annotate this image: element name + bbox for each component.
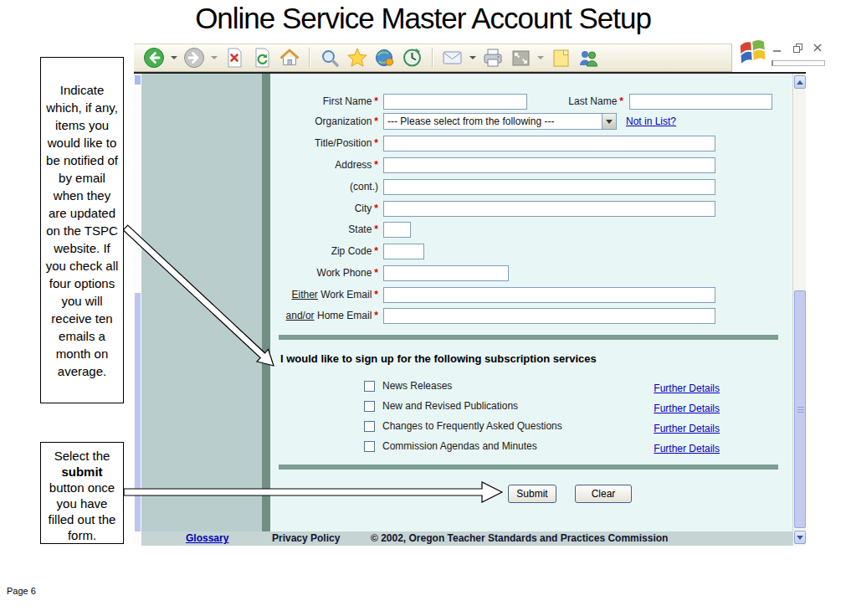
favorites-icon[interactable] (346, 46, 369, 69)
search-icon[interactable] (318, 46, 341, 69)
back-icon[interactable] (142, 46, 166, 69)
work-phone-label: Work Phone* (270, 265, 378, 280)
page-sidebar (141, 74, 262, 531)
account-setup-form: First Name* Last Name* Organization* ---… (270, 74, 792, 531)
scroll-down-icon[interactable] (794, 531, 806, 544)
faq-changes-label: Changes to Frequently Asked Questions (382, 420, 562, 433)
section-separator (279, 465, 778, 470)
scroll-up-icon[interactable] (794, 75, 806, 89)
print-icon[interactable] (481, 46, 505, 69)
scrollbar-thumb[interactable] (794, 290, 806, 528)
toolbar-separator (309, 48, 310, 68)
home-icon[interactable] (278, 46, 301, 69)
last-name-label: Last Name* (490, 94, 623, 109)
submit-button[interactable]: Submit (508, 485, 556, 503)
address-cont-label: (cont.) (270, 179, 378, 194)
stop-icon[interactable] (223, 46, 246, 69)
copyright-label: © 2002, Oregon Teacher Standards and Pra… (371, 532, 668, 544)
further-details-link: Further Details (605, 400, 720, 415)
city-label: City* (270, 201, 378, 216)
forward-dropdown-icon[interactable] (211, 56, 218, 59)
address-label: Address* (270, 157, 378, 172)
zip-code-input[interactable] (383, 244, 424, 259)
agendas-label: Commission Agendas and Minutes (382, 440, 537, 453)
publications-label: New and Revised Publications (382, 400, 518, 413)
back-dropdown-icon[interactable] (171, 56, 177, 59)
close-icon[interactable] (812, 42, 824, 54)
last-name-input[interactable] (629, 94, 772, 110)
titlebar-fragment (772, 60, 825, 66)
title-position-label: Title/Position* (270, 136, 378, 151)
home-email-input[interactable] (383, 308, 715, 324)
page-number: Page 6 (7, 586, 36, 596)
faq-changes-checkbox[interactable] (364, 421, 375, 432)
refresh-icon[interactable] (250, 46, 274, 69)
state-label: State* (270, 222, 378, 237)
organization-select[interactable]: --- Please select from the following --- (383, 113, 617, 130)
city-input[interactable] (383, 201, 715, 217)
vertical-scrollbar[interactable] (792, 74, 806, 546)
further-details-link: Further Details (605, 440, 720, 455)
submit-callout: Select the submit button once you have f… (40, 442, 124, 544)
section-separator (279, 335, 778, 340)
page-footer: Glossary Privacy Policy © 2002, Oregon T… (141, 531, 792, 546)
mail-dropdown-icon[interactable] (469, 56, 476, 59)
history-icon[interactable] (401, 46, 424, 69)
news-releases-label: News Releases (382, 380, 452, 393)
work-phone-input[interactable] (383, 265, 509, 281)
not-in-list-link[interactable]: Not in List? (626, 116, 676, 127)
browser-toolbar (134, 44, 732, 72)
work-email-label: Either Work Email* (270, 287, 378, 302)
title-position-input[interactable] (383, 136, 715, 151)
organization-label: Organization* (270, 114, 378, 129)
edit-icon[interactable] (549, 46, 572, 69)
first-name-label: First Name* (270, 94, 378, 109)
agendas-checkbox[interactable] (364, 441, 375, 452)
state-input[interactable] (383, 222, 411, 238)
publications-checkbox[interactable] (364, 401, 375, 412)
full-screen-icon[interactable] (509, 46, 532, 69)
clear-button[interactable]: Clear (575, 485, 632, 503)
further-details-link: Further Details (605, 420, 720, 435)
zip-code-label: Zip Code* (270, 244, 378, 259)
browser-content: First Name* Last Name* Organization* ---… (134, 72, 806, 544)
privacy-policy-label: Privacy Policy (272, 532, 340, 544)
home-email-label: and/or Home Email* (270, 308, 378, 323)
mail-icon[interactable] (441, 46, 464, 69)
toolbar-separator (432, 48, 433, 68)
minimize-icon[interactable] (772, 42, 784, 54)
news-releases-checkbox[interactable] (364, 381, 375, 392)
glossary-link[interactable]: Glossary (186, 532, 228, 544)
slide: Online Service Master Account Setup (0, 0, 846, 616)
page-title: Online Service Master Account Setup (0, 2, 846, 35)
address-input[interactable] (383, 157, 715, 173)
select-dropdown-icon[interactable] (602, 114, 616, 129)
notify-callout: Indicate which, if any, items you would … (40, 57, 124, 403)
further-details-link: Further Details (605, 380, 720, 395)
full-screen-dropdown-icon[interactable] (537, 56, 544, 59)
restore-icon[interactable] (792, 42, 804, 54)
sidebar-divider (262, 74, 270, 531)
media-icon[interactable] (373, 46, 397, 69)
forward-icon[interactable] (182, 46, 206, 69)
address-cont-input[interactable] (383, 179, 715, 195)
work-email-input[interactable] (383, 287, 715, 303)
left-scrollbar-fragment (134, 74, 141, 544)
messenger-icon[interactable] (577, 46, 600, 69)
subscription-heading: I would like to sign up for the followin… (280, 352, 597, 365)
window-controls (772, 42, 824, 54)
windows-logo-icon (738, 37, 768, 69)
